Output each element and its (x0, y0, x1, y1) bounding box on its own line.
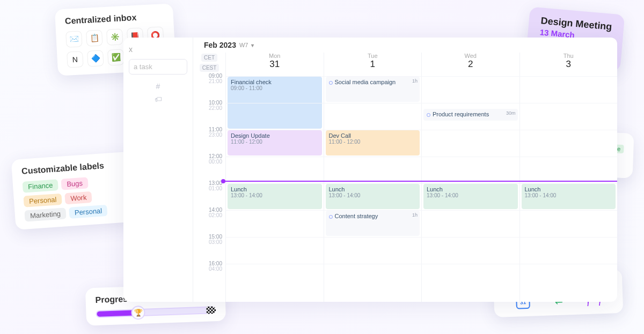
labels-title: Customizable labels (21, 159, 126, 176)
notion-icon[interactable]: N (67, 51, 84, 68)
calendar-event[interactable]: Content strategy1h (326, 211, 420, 236)
inbox-title: Centralized inbox (65, 11, 164, 26)
calendar-event[interactable]: Lunch13:00 - 14:00 (522, 184, 616, 209)
time-label: 10:0022:00 (193, 100, 225, 111)
now-indicator (223, 181, 617, 182)
tag-icon[interactable]: 🏷 (129, 95, 187, 103)
calendar-event[interactable]: Dev Call11:00 - 12:00 (326, 130, 420, 155)
day-column[interactable]: Financial check09:00 - 11:00Design Updat… (225, 76, 324, 302)
task-dot-icon (329, 81, 333, 85)
day-header[interactable]: Thu3 (519, 53, 618, 76)
task-dot-icon (329, 215, 333, 219)
label-chip[interactable]: Personal (23, 194, 62, 207)
finish-flag-icon (206, 306, 216, 314)
calendar-panel: x a task # 🏷 Feb 2023 W7 ▾ CETCEST Mon31… (123, 38, 617, 302)
time-label: 11:0023:00 (193, 127, 225, 138)
hash-icon[interactable]: # (129, 82, 187, 91)
calendar-grid[interactable]: 09:0021:0010:0022:0011:0023:0012:0000:00… (193, 76, 617, 302)
time-label: 13:0001:00 (193, 181, 225, 191)
label-chip[interactable]: Finance (23, 179, 59, 193)
time-label: 16:0004:00 (193, 261, 225, 272)
day-header[interactable]: Wed2 (421, 53, 519, 76)
time-label: 15:0003:00 (193, 234, 225, 245)
calendar-event[interactable]: Design Update11:00 - 12:00 (228, 130, 322, 155)
calendar-header[interactable]: Feb 2023 W7 ▾ (193, 38, 617, 53)
time-label: 12:0000:00 (193, 154, 225, 165)
day-header[interactable]: Tue1 (324, 53, 422, 76)
calendar-event[interactable]: Social media campaign1h (326, 77, 420, 102)
gmail-icon[interactable]: ✉️ (65, 31, 83, 48)
labels-list: FinanceBugsPersonalWorkMarketingPersonal (23, 174, 129, 221)
day-column[interactable]: Lunch13:00 - 14:00 (519, 76, 618, 302)
timezone-column: CETCEST (193, 53, 225, 73)
calendar-columns: Financial check09:00 - 11:00Design Updat… (225, 76, 617, 302)
calendar-event[interactable]: Product requirements30m (423, 109, 518, 121)
time-label: 09:0021:00 (193, 73, 225, 84)
label-chip[interactable]: Work (65, 191, 92, 204)
chevron-down-icon[interactable]: ▾ (251, 42, 254, 48)
calendar-event[interactable]: Lunch13:00 - 14:00 (423, 184, 518, 209)
calendar-event[interactable]: Lunch13:00 - 14:00 (228, 184, 322, 209)
timezone-label[interactable]: CEST (200, 64, 219, 72)
day-column[interactable]: Product requirements30mLunch13:00 - 14:0… (421, 76, 519, 302)
label-chip[interactable]: Bugs (61, 177, 89, 190)
day-headers: Mon31Tue1Wed2Thu3 (225, 53, 617, 76)
calendar-month: Feb 2023 (204, 41, 236, 49)
trello-icon[interactable]: 📋 (86, 29, 103, 47)
trophy-icon: 🏆 (131, 306, 145, 320)
time-label: 14:0002:00 (193, 207, 225, 218)
calendar-event[interactable]: Lunch13:00 - 14:00 (326, 184, 420, 209)
labels-card: Customizable labels FinanceBugsPersonalW… (11, 151, 140, 230)
slack-icon[interactable]: ✳️ (106, 28, 123, 46)
calendar-main: Feb 2023 W7 ▾ CETCEST Mon31Tue1Wed2Thu3 … (193, 38, 617, 302)
progress-bar: 🏆 (96, 306, 216, 318)
todoist-icon[interactable]: ✅ (107, 49, 125, 66)
day-header[interactable]: Mon31 (225, 53, 324, 76)
calendar-sidebar: x a task # 🏷 (123, 38, 193, 302)
new-task-input[interactable]: a task (129, 59, 187, 75)
label-chip[interactable]: Marketing (24, 207, 66, 221)
day-column[interactable]: Social media campaign1hDev Call11:00 - 1… (324, 76, 422, 302)
label-chip[interactable]: Personal (69, 205, 108, 219)
clickup-icon[interactable]: 🔷 (87, 50, 104, 67)
calendar-week: W7 (239, 42, 248, 48)
task-dot-icon (427, 113, 430, 117)
timezone-label[interactable]: CET (201, 54, 217, 62)
time-labels: 09:0021:0010:0022:0011:0023:0012:0000:00… (193, 76, 225, 302)
sidebar-letter: x (129, 45, 187, 54)
